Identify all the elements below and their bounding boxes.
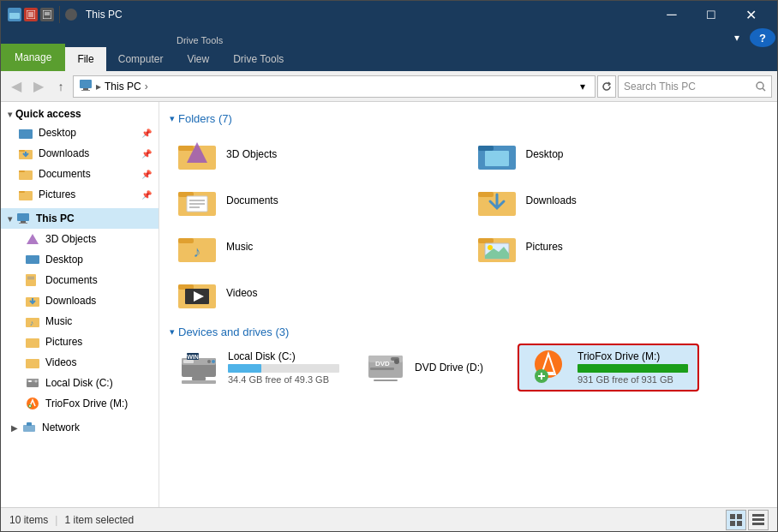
address-bar[interactable]: ▸ This PC › ▾ xyxy=(73,75,595,98)
tab-drive-tools[interactable]: Drive Tools xyxy=(221,47,296,71)
folder-downloads-icon xyxy=(476,183,518,218)
folder-desktop-icon xyxy=(476,137,518,171)
toolbar: ◀ ▶ ↑ ▸ This PC › ▾ Search This PC xyxy=(1,71,777,102)
window-controls: ─ ☐ ✕ xyxy=(652,1,770,28)
device-local-disk-c[interactable]: WIN Local Disk (C:) 34.4 GB free of 49.3… xyxy=(170,345,348,390)
ribbon-top-row: Drive Tools ▾ ? xyxy=(1,28,777,47)
docs-icon-sm xyxy=(25,272,40,288)
content-area: ▾ Folders (7) 3D Objects xyxy=(159,102,777,507)
list-view-button[interactable] xyxy=(748,510,769,530)
triofox-bar xyxy=(578,364,688,373)
title-bar-icons xyxy=(8,8,54,21)
sidebar-item-triofox[interactable]: TrioFox Drive (M:) xyxy=(1,393,159,414)
sidebar-item-localdisk[interactable]: Local Disk (C:) xyxy=(1,373,159,393)
svg-rect-44 xyxy=(178,146,194,151)
svg-rect-11 xyxy=(81,90,90,91)
svg-point-38 xyxy=(35,380,38,383)
svg-line-13 xyxy=(763,88,765,91)
sidebar-item-3dobjects[interactable]: 3D Objects xyxy=(1,229,159,249)
back-button[interactable]: ◀ xyxy=(6,76,27,97)
folder-documents-name: Documents xyxy=(226,194,278,206)
forward-button[interactable]: ▶ xyxy=(28,76,49,97)
close-button[interactable]: ✕ xyxy=(731,1,770,28)
address-thispc: ▸ xyxy=(96,81,101,93)
svg-rect-29 xyxy=(27,278,34,279)
svg-rect-48 xyxy=(485,151,509,166)
folder-desktop[interactable]: Desktop xyxy=(470,132,768,176)
sidebar-item-desktop[interactable]: Desktop xyxy=(1,249,159,270)
address-computer-icon xyxy=(79,78,93,94)
folder-3dobjects[interactable]: 3D Objects xyxy=(170,132,468,176)
sidebar-item-pictures[interactable]: Pictures xyxy=(1,332,159,352)
device-dvd[interactable]: DVD DVD Drive (D:) xyxy=(356,345,511,390)
downloads-folder-icon xyxy=(18,146,33,161)
refresh-button[interactable] xyxy=(597,75,616,98)
local-disk-name: Local Disk (C:) xyxy=(228,350,339,362)
triofox-bar-container xyxy=(578,364,689,373)
minimize-button[interactable]: ─ xyxy=(652,1,691,28)
tab-file[interactable]: File xyxy=(65,47,105,71)
sidebar-item-network[interactable]: ▶ Network xyxy=(1,417,159,438)
downloads-icon-sm xyxy=(25,293,40,308)
svg-rect-22 xyxy=(17,213,29,221)
svg-text:DVD: DVD xyxy=(375,360,390,368)
svg-rect-19 xyxy=(19,170,25,172)
up-button[interactable]: ↑ xyxy=(51,76,71,97)
folder-music[interactable]: ♪ Music xyxy=(170,224,468,269)
grid-view-button[interactable] xyxy=(726,510,746,530)
ribbon-collapse-btn[interactable]: ▾ xyxy=(724,28,750,47)
drive-tools-label: Drive Tools xyxy=(168,33,231,47)
device-triofox[interactable]: TrioFox Drive (M:) 931 GB free of 931 GB xyxy=(519,345,697,390)
devices-section-header[interactable]: ▾ Devices and drives (3) xyxy=(170,326,767,338)
folders-chevron: ▾ xyxy=(170,113,175,124)
title-bar: This PC ─ ☐ ✕ xyxy=(1,1,777,28)
svg-rect-41 xyxy=(23,425,35,432)
tab-manage[interactable]: Manage xyxy=(1,44,65,71)
dvd-info: DVD Drive (D:) xyxy=(415,362,483,374)
svg-rect-34 xyxy=(26,359,39,368)
folder-downloads[interactable]: Downloads xyxy=(470,178,768,223)
svg-rect-74 xyxy=(192,377,206,380)
folder-documents[interactable]: Documents xyxy=(170,178,468,223)
title-icon-2 xyxy=(24,8,38,21)
svg-point-82 xyxy=(394,359,399,364)
sidebar-item-downloads-quick[interactable]: Downloads 📌 xyxy=(1,143,159,164)
folders-section-header[interactable]: ▾ Folders (7) xyxy=(170,112,767,125)
address-dropdown-btn[interactable]: ▾ xyxy=(576,80,589,93)
sidebar-item-documents-quick[interactable]: Documents 📌 xyxy=(1,164,159,184)
folder-desktop-name: Desktop xyxy=(526,148,564,160)
sidebar-item-pictures-quick[interactable]: Pictures 📌 xyxy=(1,184,159,205)
help-button[interactable]: ? xyxy=(750,28,775,47)
search-bar[interactable]: Search This PC xyxy=(618,75,772,98)
svg-rect-80 xyxy=(370,368,394,370)
folder-pictures-icon xyxy=(476,230,518,264)
svg-rect-71 xyxy=(183,360,194,363)
sidebar-item-downloads[interactable]: Downloads xyxy=(1,290,159,311)
computer-icon xyxy=(15,211,31,226)
svg-rect-1 xyxy=(9,13,14,15)
maximize-button[interactable]: ☐ xyxy=(691,1,731,28)
pictures-folder-icon xyxy=(18,187,33,202)
local-disk-bar xyxy=(228,364,261,373)
sidebar-item-quick-access[interactable]: ▾ Quick access xyxy=(1,105,159,123)
sidebar-item-music[interactable]: ♪ Music xyxy=(1,311,159,332)
svg-point-12 xyxy=(757,82,763,89)
local-disk-bar-container xyxy=(228,364,339,373)
quick-access-label: Quick access xyxy=(15,108,81,120)
folders-grid: 3D Objects Desktop xyxy=(170,132,767,315)
address-path: This PC xyxy=(105,81,141,93)
sidebar-item-this-pc[interactable]: ▾ This PC xyxy=(1,208,159,229)
sidebar-item-videos[interactable]: Videos xyxy=(1,352,159,373)
folder-videos[interactable]: Videos xyxy=(170,271,468,315)
pin-icon-desktop: 📌 xyxy=(141,129,152,138)
search-placeholder: Search This PC xyxy=(624,81,756,93)
svg-rect-47 xyxy=(478,146,494,151)
svg-rect-15 xyxy=(19,129,25,131)
folder-3dobjects-name: 3D Objects xyxy=(226,148,277,160)
desktop-folder-icon xyxy=(18,125,33,140)
tab-view[interactable]: View xyxy=(175,47,221,71)
folder-pictures[interactable]: Pictures xyxy=(470,224,768,269)
sidebar-item-documents[interactable]: Documents xyxy=(1,270,159,290)
tab-computer[interactable]: Computer xyxy=(106,47,176,71)
sidebar-item-desktop-quick[interactable]: Desktop 📌 xyxy=(1,123,159,143)
